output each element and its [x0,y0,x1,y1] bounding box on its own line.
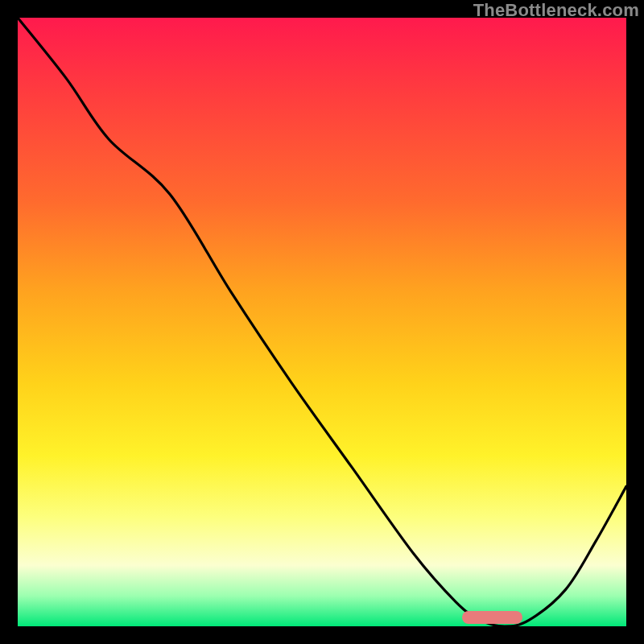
chart-frame [18,18,626,626]
optimal-range-marker [462,611,523,624]
curve-path [18,18,626,626]
bottleneck-curve [18,18,626,626]
watermark-text: TheBottleneck.com [473,0,639,21]
